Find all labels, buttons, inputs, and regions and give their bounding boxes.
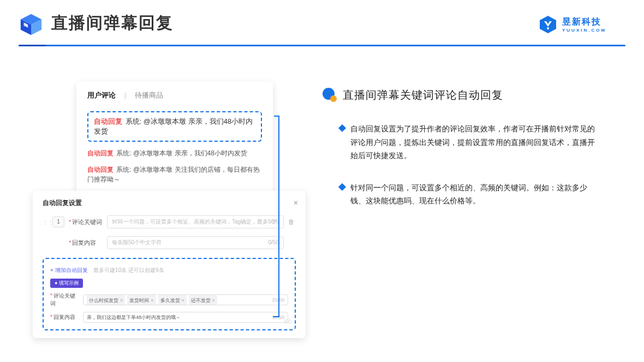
row-index: 1: [52, 216, 64, 227]
page-title: 直播间弹幕回复: [51, 12, 174, 34]
example-keyword-row: 评论关键词 什么时候发货发货时间多久发货还不发货 20/50: [50, 292, 288, 307]
auto-reply-tag: 自动回复: [87, 149, 114, 157]
example-pill: ● 填写示例: [50, 279, 83, 288]
example-content-counter: 37/50: [272, 312, 284, 322]
page-header: 直播间弹幕回复 昱新科技 YUUXIN.COM: [0, 0, 644, 49]
example-highlight-box: + 增加自动回复 最多可建10条 还可以创建9条 ● 填写示例 评论关键词 什么…: [43, 258, 296, 330]
keyword-chip[interactable]: 还不发货: [189, 295, 217, 305]
diamond-bullet-icon: [338, 183, 346, 190]
content-input[interactable]: 每条限50个中文字符 0/50: [107, 236, 284, 249]
chat-bubble-icon: [322, 87, 337, 102]
brand-logo: 昱新科技 YUUXIN.COM: [538, 12, 625, 37]
add-auto-reply-hint: 最多可建10条 还可以创建9条: [93, 267, 164, 273]
comment-line: 自动回复 系统: @冰墩墩本墩 亲亲，我们48小时内发货: [87, 148, 262, 158]
keyword-row: ⋮⋮ 1 评论关键词 对同一个问题，可设置多个相近、高频的关键词，Tag确定，最…: [43, 215, 296, 228]
section-header: 直播间弹幕关键词评论自动回复: [322, 87, 617, 102]
description-panel: 直播间弹幕关键词评论自动回复 自动回复设置为了提升作者的评论回复效率，作者可在开…: [322, 87, 617, 226]
ui-mock-panel: 用户评论 | 待播商品 自动回复 系统: @冰墩墩本墩 亲亲，我们48小时内发货…: [33, 82, 311, 354]
auto-reply-settings-card: 自动回复设置 × ⋮⋮ 1 评论关键词 对同一个问题，可设置多个相近、高频的关键…: [33, 191, 306, 338]
keyword-label: 评论关键词: [69, 218, 103, 226]
keyword-chip[interactable]: 发货时间: [127, 295, 156, 305]
brand-domain: YUUXIN.COM: [562, 28, 606, 33]
svg-point-4: [547, 27, 549, 29]
keyword-placeholder: 对同一个问题，可设置多个相近、高频的关键词，Tag确定，最多5个: [112, 219, 277, 225]
header-divider: [19, 45, 625, 46]
diamond-bullet-icon: [338, 124, 346, 132]
tab-pending-goods[interactable]: 待播商品: [135, 91, 163, 99]
bullet-item: 针对同一个问题，可设置多个相近的、高频的关键词。例如：这款多少钱、这块能优惠吗、…: [322, 181, 617, 208]
keyword-chip[interactable]: 多久发货: [158, 295, 187, 305]
add-auto-reply-link[interactable]: + 增加自动回复: [50, 267, 88, 273]
example-keyword-counter: 20/50: [272, 295, 284, 305]
tab-separator: |: [124, 91, 126, 99]
example-content-input[interactable]: 亲，我们这边都是下单48小时内发货的哦～ 37/50: [83, 312, 288, 323]
content-counter: 0/50: [269, 237, 279, 249]
trash-icon[interactable]: 🗑: [288, 218, 296, 226]
bullet-list: 自动回复设置为了提升作者的评论回复效率，作者可在开播前针对常见的评论用户问题，提…: [322, 122, 617, 208]
auto-reply-tag: 自动回复: [94, 117, 122, 125]
tab-user-comments[interactable]: 用户评论: [87, 91, 116, 99]
content-label: 回复内容: [69, 239, 103, 247]
settings-title: 自动回复设置: [43, 198, 296, 208]
auto-reply-tag: 自动回复: [87, 166, 114, 173]
drag-handle-icon[interactable]: ⋮⋮: [43, 219, 48, 225]
brand-name: 昱新科技: [562, 16, 606, 28]
comments-card: 用户评论 | 待播商品 自动回复 系统: @冰墩墩本墩 亲亲，我们48小时内发货…: [76, 82, 273, 202]
example-content-label: 回复内容: [50, 313, 79, 321]
close-icon[interactable]: ×: [294, 198, 298, 207]
highlighted-reply: 自动回复 系统: @冰墩墩本墩 亲亲，我们48小时内发货: [87, 111, 262, 142]
example-content-value: 亲，我们这边都是下单48小时内发货的哦～: [87, 315, 181, 320]
comment-text: 系统: @冰墩墩本墩 亲亲，我们48小时内发货: [116, 149, 247, 157]
keyword-counter: 0/5: [271, 216, 279, 228]
keyword-chip[interactable]: 什么时候发货: [87, 295, 125, 305]
ghost-counter: /50: [284, 319, 291, 325]
connector-line: [274, 116, 279, 117]
example-content-row: 回复内容 亲，我们这边都是下单48小时内发货的哦～ 37/50: [50, 312, 288, 323]
comment-line: 自动回复 系统: @冰墩墩本墩 关注我们的店铺，每日都有热门推荐呦～: [87, 165, 262, 184]
comments-tabs: 用户评论 | 待播商品: [87, 90, 262, 106]
brand-mark-icon: [538, 15, 558, 34]
bullet-item: 自动回复设置为了提升作者的评论回复效率，作者可在开播前针对常见的评论用户问题，提…: [322, 122, 617, 162]
example-keyword-input[interactable]: 什么时候发货发货时间多久发货还不发货 20/50: [83, 294, 288, 305]
keyword-input[interactable]: 对同一个问题，可设置多个相近、高频的关键词，Tag确定，最多5个 0/5: [107, 215, 284, 228]
example-keyword-label: 评论关键词: [50, 292, 79, 307]
svg-point-6: [330, 95, 337, 102]
bullet-text: 针对同一个问题，可设置多个相近的、高频的关键词。例如：这款多少钱、这块能优惠吗、…: [350, 181, 601, 208]
content-placeholder: 每条限50个中文字符: [112, 239, 162, 245]
bullet-text: 自动回复设置为了提升作者的评论回复效率，作者可在开播前针对常见的评论用户问题，提…: [350, 122, 601, 162]
section-title: 直播间弹幕关键词评论自动回复: [343, 88, 503, 102]
content-row: ⋮⋮ 回复内容 每条限50个中文字符 0/50 🗑: [43, 236, 296, 249]
cube-icon: [19, 12, 44, 37]
